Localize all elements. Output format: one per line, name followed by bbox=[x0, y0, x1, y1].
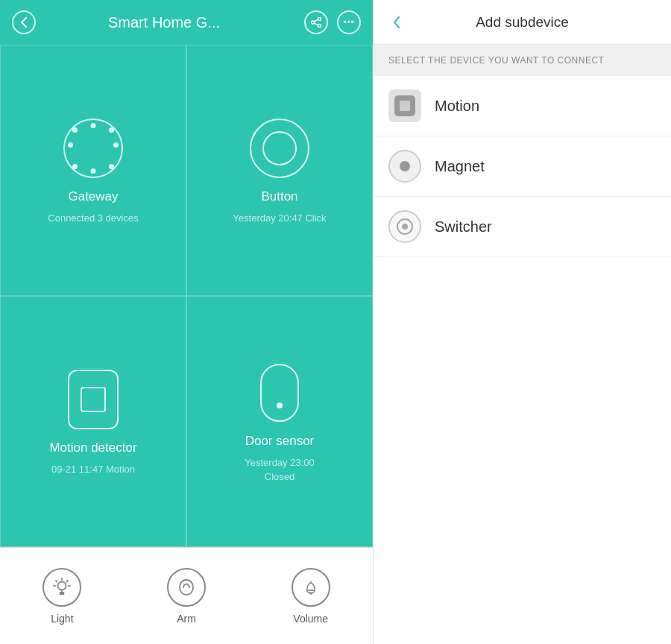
arm-icon bbox=[167, 568, 206, 607]
light-icon bbox=[42, 568, 81, 607]
motion-detector-device[interactable]: Motion detector 09-21 11:47 Motion bbox=[0, 296, 186, 547]
motion-list-item[interactable]: Motion bbox=[374, 76, 671, 136]
device-list: Motion Magnet Switcher bbox=[374, 76, 671, 257]
right-title: Add subdevice bbox=[408, 14, 659, 31]
svg-line-12 bbox=[56, 581, 57, 582]
volume-nav-item[interactable]: Volume bbox=[248, 568, 373, 625]
left-back-button[interactable] bbox=[12, 10, 36, 34]
svg-point-2 bbox=[318, 25, 321, 28]
right-back-button[interactable] bbox=[385, 11, 408, 34]
switcher-option-name: Switcher bbox=[435, 218, 492, 236]
motion-list-icon bbox=[388, 89, 421, 122]
magnet-list-item[interactable]: Magnet bbox=[374, 136, 671, 197]
switcher-list-icon bbox=[388, 210, 421, 243]
button-name: Button bbox=[261, 189, 297, 204]
volume-label: Volume bbox=[293, 613, 328, 625]
button-status: Yesterday 20:47 Click bbox=[233, 212, 326, 225]
left-header: Smart Home G... ••• bbox=[0, 0, 373, 45]
svg-point-5 bbox=[58, 581, 66, 590]
left-panel: Smart Home G... ••• bbox=[0, 0, 373, 644]
motion-detector-icon bbox=[60, 366, 127, 433]
button-icon bbox=[246, 115, 313, 182]
left-title: Smart Home G... bbox=[36, 14, 292, 31]
arm-label: Arm bbox=[177, 613, 196, 625]
motion-detector-name: Motion detector bbox=[49, 441, 136, 455]
door-sensor-status: Yesterday 23:00Closed bbox=[245, 456, 314, 483]
header-icons: ••• bbox=[304, 10, 361, 34]
right-header: Add subdevice bbox=[374, 0, 671, 45]
gateway-status: Connected 3 devices bbox=[48, 212, 138, 225]
button-device[interactable]: Button Yesterday 20:47 Click bbox=[186, 45, 373, 296]
select-device-label: SELECT THE DEVICE YOU WANT TO CONNECT bbox=[374, 45, 671, 76]
devices-grid: Gateway Connected 3 devices Button Yeste… bbox=[0, 45, 373, 547]
door-sensor-icon bbox=[246, 359, 313, 426]
motion-detector-status: 09-21 11:47 Motion bbox=[51, 463, 135, 476]
light-nav-item[interactable]: Light bbox=[0, 568, 125, 625]
motion-option-name: Motion bbox=[435, 98, 479, 115]
light-label: Light bbox=[51, 613, 73, 625]
svg-point-1 bbox=[318, 18, 321, 21]
door-sensor-device[interactable]: Door sensor Yesterday 23:00Closed bbox=[186, 296, 373, 547]
volume-icon bbox=[292, 568, 330, 607]
right-panel: Add subdevice SELECT THE DEVICE YOU WANT… bbox=[373, 0, 671, 644]
magnet-option-name: Magnet bbox=[435, 158, 485, 175]
svg-point-0 bbox=[312, 21, 315, 24]
svg-line-10 bbox=[67, 581, 69, 582]
gateway-name: Gateway bbox=[68, 189, 118, 204]
gateway-icon bbox=[60, 115, 127, 182]
bottom-bar: Light Arm Volu bbox=[0, 547, 373, 644]
svg-line-4 bbox=[314, 23, 318, 25]
door-sensor-name: Door sensor bbox=[245, 434, 315, 449]
switcher-list-item[interactable]: Switcher bbox=[374, 197, 671, 257]
gateway-device[interactable]: Gateway Connected 3 devices bbox=[0, 45, 186, 296]
share-button[interactable] bbox=[304, 10, 328, 34]
more-button[interactable]: ••• bbox=[337, 10, 361, 34]
arm-nav-item[interactable]: Arm bbox=[125, 568, 249, 625]
magnet-list-icon bbox=[388, 150, 421, 183]
svg-line-3 bbox=[314, 19, 318, 22]
